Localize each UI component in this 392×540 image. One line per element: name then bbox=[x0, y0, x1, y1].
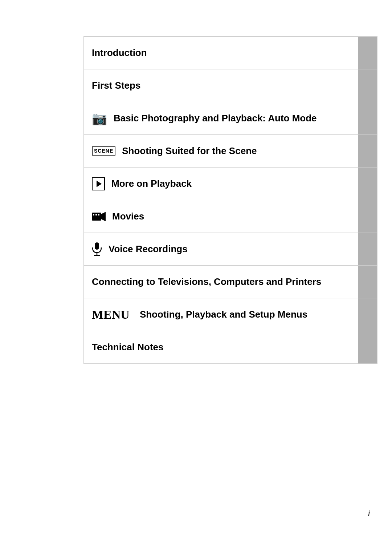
svg-rect-5 bbox=[95, 242, 99, 250]
toc-label-menu-shooting: Shooting, Playback and Setup Menus bbox=[140, 309, 307, 320]
toc-label-more-on-playback: More on Playback bbox=[111, 178, 192, 189]
toc-label-movies: Movies bbox=[112, 211, 144, 222]
toc-label-technical-notes: Technical Notes bbox=[92, 342, 163, 353]
menu-icon: MENU bbox=[92, 309, 133, 321]
toc-label-connecting: Connecting to Televisions, Computers and… bbox=[92, 276, 321, 287]
toc-tab-voice-recordings bbox=[358, 233, 377, 265]
toc-row-introduction[interactable]: Introduction bbox=[83, 36, 377, 69]
toc-row-technical-notes[interactable]: Technical Notes bbox=[83, 331, 377, 364]
movie-icon bbox=[92, 211, 106, 222]
toc-row-voice-recordings[interactable]: Voice Recordings bbox=[83, 233, 377, 265]
toc-tab-first-steps bbox=[358, 69, 377, 102]
toc-label-scene-shooting: Shooting Suited for the Scene bbox=[122, 145, 257, 157]
camera-icon: 📷 bbox=[92, 112, 107, 125]
toc-tab-movies bbox=[358, 200, 377, 233]
svg-rect-4 bbox=[98, 214, 99, 215]
toc-tab-scene-shooting bbox=[358, 135, 377, 167]
toc-row-more-on-playback[interactable]: More on Playback bbox=[83, 167, 377, 200]
toc-label-introduction: Introduction bbox=[92, 47, 147, 59]
svg-rect-2 bbox=[93, 214, 94, 215]
toc-tab-technical-notes bbox=[358, 331, 377, 363]
svg-marker-1 bbox=[101, 212, 106, 221]
toc-tab-introduction bbox=[358, 37, 377, 69]
toc-row-first-steps[interactable]: First Steps bbox=[83, 69, 377, 102]
mic-icon bbox=[92, 242, 102, 256]
toc-tab-more-on-playback bbox=[358, 168, 377, 200]
page-number: i bbox=[368, 508, 370, 518]
toc-row-scene-shooting[interactable]: SCENE Shooting Suited for the Scene bbox=[83, 134, 377, 167]
toc-row-menu-shooting[interactable]: MENU Shooting, Playback and Setup Menus bbox=[83, 298, 377, 331]
toc-row-movies[interactable]: Movies bbox=[83, 200, 377, 233]
play-icon bbox=[92, 177, 105, 190]
scene-icon: SCENE bbox=[92, 146, 115, 156]
toc-row-basic-photography[interactable]: 📷 Basic Photography and Playback: Auto M… bbox=[83, 102, 377, 134]
toc-label-basic-photography: Basic Photography and Playback: Auto Mod… bbox=[114, 113, 317, 124]
toc-tab-menu-shooting bbox=[358, 298, 377, 331]
toc-tab-basic-photography bbox=[358, 102, 377, 134]
toc-label-first-steps: First Steps bbox=[92, 80, 140, 91]
svg-rect-0 bbox=[92, 213, 101, 221]
toc-container: Introduction First Steps 📷 Basic Photogr… bbox=[83, 36, 377, 364]
svg-rect-3 bbox=[95, 214, 97, 215]
toc-row-connecting[interactable]: Connecting to Televisions, Computers and… bbox=[83, 265, 377, 298]
toc-tab-connecting bbox=[358, 266, 377, 298]
toc-label-voice-recordings: Voice Recordings bbox=[109, 243, 188, 255]
